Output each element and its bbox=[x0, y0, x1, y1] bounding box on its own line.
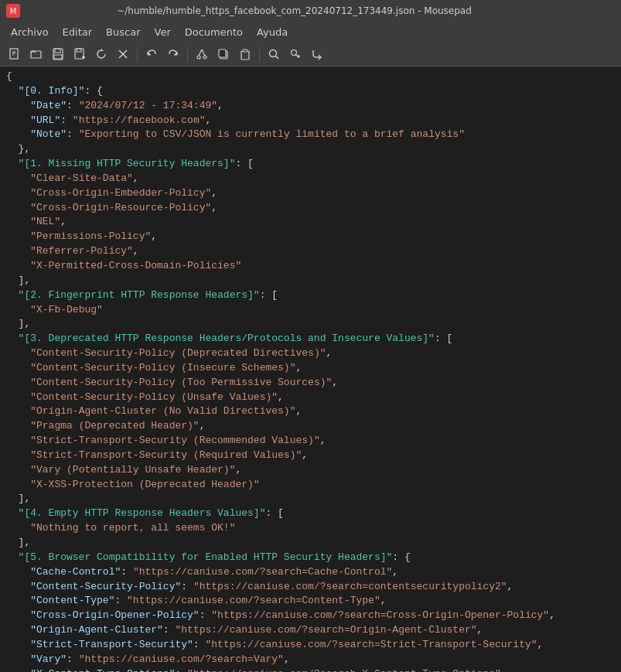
close-icon bbox=[118, 49, 128, 60]
save-as-icon bbox=[73, 48, 86, 60]
save-icon bbox=[52, 48, 64, 60]
svg-line-17 bbox=[202, 49, 205, 56]
svg-point-24 bbox=[292, 49, 297, 55]
find-replace-icon bbox=[289, 48, 302, 60]
jump-icon bbox=[311, 48, 323, 60]
new-button[interactable] bbox=[5, 44, 25, 64]
undo-button[interactable] bbox=[142, 44, 162, 64]
svg-rect-7 bbox=[54, 55, 62, 59]
paste-button[interactable] bbox=[235, 44, 255, 64]
svg-line-23 bbox=[276, 56, 279, 59]
toolbar bbox=[0, 42, 621, 67]
save-button[interactable] bbox=[48, 44, 68, 64]
find-icon bbox=[268, 48, 280, 60]
menu-buscar[interactable]: Buscar bbox=[100, 25, 146, 39]
copy-icon bbox=[217, 48, 230, 60]
menu-editar[interactable]: Editar bbox=[56, 25, 99, 39]
find-button[interactable] bbox=[264, 44, 284, 64]
new-icon bbox=[9, 48, 21, 60]
undo-icon bbox=[145, 48, 158, 60]
title-bar: M ~/humble/humble_https_facebook_com_202… bbox=[0, 0, 621, 22]
svg-point-22 bbox=[270, 49, 277, 56]
svg-rect-19 bbox=[219, 49, 226, 57]
open-button[interactable] bbox=[26, 44, 46, 64]
svg-rect-6 bbox=[55, 49, 60, 53]
svg-rect-20 bbox=[241, 51, 249, 60]
svg-line-16 bbox=[199, 49, 202, 56]
save-as-button[interactable] bbox=[70, 44, 90, 64]
svg-point-14 bbox=[197, 56, 200, 59]
title-bar-left: M bbox=[6, 4, 20, 18]
menu-documento[interactable]: Documento bbox=[179, 25, 249, 39]
cut-button[interactable] bbox=[192, 44, 212, 64]
menu-ver[interactable]: Ver bbox=[148, 25, 177, 39]
svg-rect-21 bbox=[243, 49, 247, 52]
reload-icon bbox=[95, 48, 107, 60]
copy-button[interactable] bbox=[213, 44, 234, 64]
svg-point-15 bbox=[203, 56, 206, 59]
jump-button[interactable] bbox=[307, 44, 327, 64]
close-file-button[interactable] bbox=[113, 44, 133, 64]
reload-button[interactable] bbox=[91, 44, 111, 64]
open-icon bbox=[30, 48, 43, 60]
editor-area[interactable]: { "[0. Info]": { "Date": "2024/07/12 - 1… bbox=[0, 67, 621, 672]
redo-icon bbox=[167, 48, 179, 60]
toolbar-sep-1 bbox=[137, 46, 138, 62]
toolbar-sep-2 bbox=[187, 46, 188, 62]
menu-bar: Archivo Editar Buscar Ver Documento Ayud… bbox=[0, 22, 621, 42]
find-replace-button[interactable] bbox=[285, 44, 305, 64]
editor-content: { "[0. Info]": { "Date": "2024/07/12 - 1… bbox=[6, 70, 615, 672]
cut-icon bbox=[196, 48, 208, 60]
redo-button[interactable] bbox=[163, 44, 183, 64]
window-title: ~/humble/humble_https_facebook_com_20240… bbox=[117, 5, 472, 16]
app-icon: M bbox=[6, 4, 20, 18]
menu-archivo[interactable]: Archivo bbox=[5, 25, 55, 39]
menu-ayuda[interactable]: Ayuda bbox=[251, 25, 294, 39]
paste-icon bbox=[239, 48, 251, 60]
toolbar-sep-3 bbox=[259, 46, 260, 62]
